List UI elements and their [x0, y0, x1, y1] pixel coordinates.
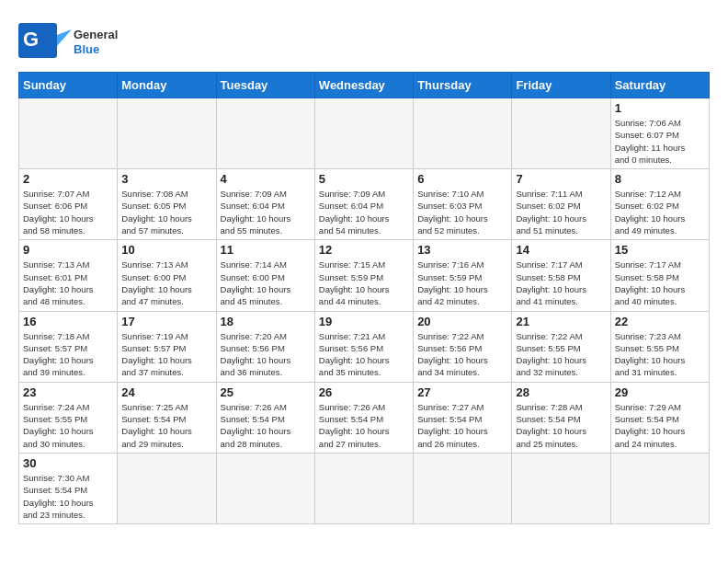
day-info: Sunrise: 7:17 AM Sunset: 5:58 PM Dayligh… — [516, 259, 606, 307]
day-number: 4 — [221, 172, 311, 186]
day-number: 14 — [516, 243, 606, 257]
calendar-cell: 27Sunrise: 7:27 AM Sunset: 5:54 PM Dayli… — [414, 382, 512, 453]
day-info: Sunrise: 7:27 AM Sunset: 5:54 PM Dayligh… — [417, 401, 507, 450]
day-number: 25 — [221, 385, 311, 399]
calendar-cell: 4Sunrise: 7:09 AM Sunset: 6:04 PM Daylig… — [216, 169, 314, 240]
calendar-cell: 9Sunrise: 7:13 AM Sunset: 6:01 PM Daylig… — [19, 240, 118, 311]
day-info: Sunrise: 7:15 AM Sunset: 5:59 PM Dayligh… — [319, 259, 409, 307]
day-number: 11 — [221, 243, 311, 257]
day-info: Sunrise: 7:12 AM Sunset: 6:02 PM Dayligh… — [615, 188, 705, 236]
calendar-cell — [216, 98, 314, 169]
day-number: 29 — [615, 385, 705, 399]
calendar-cell: 12Sunrise: 7:15 AM Sunset: 5:59 PM Dayli… — [314, 240, 413, 311]
day-info: Sunrise: 7:08 AM Sunset: 6:05 PM Dayligh… — [121, 188, 211, 236]
day-number: 10 — [121, 243, 211, 257]
calendar-cell — [610, 453, 709, 523]
calendar-cell: 19Sunrise: 7:21 AM Sunset: 5:56 PM Dayli… — [314, 311, 413, 382]
svg-text:General: General — [74, 28, 118, 41]
logo-area: G General Blue — [18, 15, 119, 64]
day-info: Sunrise: 7:11 AM Sunset: 6:02 PM Dayligh… — [516, 188, 606, 236]
day-info: Sunrise: 7:29 AM Sunset: 5:54 PM Dayligh… — [615, 401, 705, 450]
day-number: 22 — [615, 315, 705, 328]
day-info: Sunrise: 7:26 AM Sunset: 5:54 PM Dayligh… — [319, 401, 409, 450]
svg-text:Blue: Blue — [74, 42, 99, 56]
day-info: Sunrise: 7:20 AM Sunset: 5:56 PM Dayligh… — [221, 330, 311, 379]
calendar-cell — [118, 98, 216, 169]
calendar-cell: 22Sunrise: 7:23 AM Sunset: 5:55 PM Dayli… — [610, 311, 709, 382]
calendar-cell — [512, 453, 610, 523]
weekday-header-friday: Friday — [512, 73, 610, 98]
day-info: Sunrise: 7:14 AM Sunset: 6:00 PM Dayligh… — [221, 259, 311, 307]
svg-marker-2 — [57, 29, 72, 46]
day-info: Sunrise: 7:25 AM Sunset: 5:54 PM Dayligh… — [121, 401, 211, 450]
day-number: 30 — [23, 456, 113, 470]
day-number: 1 — [615, 101, 705, 115]
calendar-cell: 14Sunrise: 7:17 AM Sunset: 5:58 PM Dayli… — [512, 240, 610, 311]
day-number: 9 — [23, 243, 113, 257]
day-info: Sunrise: 7:18 AM Sunset: 5:57 PM Dayligh… — [23, 330, 113, 379]
weekday-header-wednesday: Wednesday — [314, 73, 413, 98]
calendar-cell: 26Sunrise: 7:26 AM Sunset: 5:54 PM Dayli… — [314, 382, 413, 453]
day-info: Sunrise: 7:13 AM Sunset: 6:01 PM Dayligh… — [23, 259, 113, 307]
calendar-week-row: 23Sunrise: 7:24 AM Sunset: 5:55 PM Dayli… — [19, 382, 710, 453]
day-info: Sunrise: 7:13 AM Sunset: 6:00 PM Dayligh… — [121, 259, 211, 307]
calendar-cell: 15Sunrise: 7:17 AM Sunset: 5:58 PM Dayli… — [610, 240, 709, 311]
day-info: Sunrise: 7:19 AM Sunset: 5:57 PM Dayligh… — [121, 330, 211, 379]
day-number: 16 — [23, 315, 113, 328]
day-number: 12 — [319, 243, 409, 257]
calendar-cell — [414, 453, 512, 523]
page: G General Blue SundayMondayTuesdayWednes… — [0, 0, 728, 539]
day-info: Sunrise: 7:22 AM Sunset: 5:55 PM Dayligh… — [516, 330, 606, 379]
day-info: Sunrise: 7:06 AM Sunset: 6:07 PM Dayligh… — [615, 117, 705, 166]
logo-svg: G General Blue — [18, 18, 119, 64]
header: G General Blue — [18, 15, 710, 64]
day-info: Sunrise: 7:30 AM Sunset: 5:54 PM Dayligh… — [23, 472, 113, 521]
calendar-cell — [414, 98, 512, 169]
day-number: 15 — [615, 243, 705, 257]
day-info: Sunrise: 7:17 AM Sunset: 5:58 PM Dayligh… — [615, 259, 705, 307]
day-number: 6 — [417, 172, 507, 186]
day-number: 13 — [417, 243, 507, 257]
calendar-week-row: 16Sunrise: 7:18 AM Sunset: 5:57 PM Dayli… — [19, 311, 710, 382]
calendar-cell: 21Sunrise: 7:22 AM Sunset: 5:55 PM Dayli… — [512, 311, 610, 382]
calendar-table: SundayMondayTuesdayWednesdayThursdayFrid… — [18, 72, 710, 524]
calendar-cell — [314, 453, 413, 523]
calendar-cell: 8Sunrise: 7:12 AM Sunset: 6:02 PM Daylig… — [610, 169, 709, 240]
weekday-header-saturday: Saturday — [610, 73, 709, 98]
calendar-cell — [216, 453, 314, 523]
calendar-cell: 3Sunrise: 7:08 AM Sunset: 6:05 PM Daylig… — [118, 169, 216, 240]
weekday-header-row: SundayMondayTuesdayWednesdayThursdayFrid… — [19, 73, 710, 98]
day-info: Sunrise: 7:10 AM Sunset: 6:03 PM Dayligh… — [417, 188, 507, 236]
calendar-cell: 28Sunrise: 7:28 AM Sunset: 5:54 PM Dayli… — [512, 382, 610, 453]
day-info: Sunrise: 7:09 AM Sunset: 6:04 PM Dayligh… — [319, 188, 409, 236]
calendar-cell: 5Sunrise: 7:09 AM Sunset: 6:04 PM Daylig… — [314, 169, 413, 240]
calendar-week-row: 2Sunrise: 7:07 AM Sunset: 6:06 PM Daylig… — [19, 169, 710, 240]
day-number: 26 — [319, 385, 409, 399]
day-number: 24 — [121, 385, 211, 399]
day-number: 28 — [516, 385, 606, 399]
calendar-week-row: 1Sunrise: 7:06 AM Sunset: 6:07 PM Daylig… — [19, 98, 710, 169]
calendar-cell: 18Sunrise: 7:20 AM Sunset: 5:56 PM Dayli… — [216, 311, 314, 382]
day-number: 20 — [417, 315, 507, 328]
day-info: Sunrise: 7:16 AM Sunset: 5:59 PM Dayligh… — [417, 259, 507, 307]
day-number: 18 — [221, 315, 311, 328]
day-info: Sunrise: 7:24 AM Sunset: 5:55 PM Dayligh… — [23, 401, 113, 450]
day-info: Sunrise: 7:09 AM Sunset: 6:04 PM Dayligh… — [221, 188, 311, 236]
day-info: Sunrise: 7:21 AM Sunset: 5:56 PM Dayligh… — [319, 330, 409, 379]
calendar-cell: 10Sunrise: 7:13 AM Sunset: 6:00 PM Dayli… — [118, 240, 216, 311]
weekday-header-sunday: Sunday — [19, 73, 118, 98]
day-number: 23 — [23, 385, 113, 399]
day-number: 27 — [417, 385, 507, 399]
calendar-week-row: 9Sunrise: 7:13 AM Sunset: 6:01 PM Daylig… — [19, 240, 710, 311]
calendar-cell: 29Sunrise: 7:29 AM Sunset: 5:54 PM Dayli… — [610, 382, 709, 453]
calendar-cell: 17Sunrise: 7:19 AM Sunset: 5:57 PM Dayli… — [118, 311, 216, 382]
calendar-cell — [118, 453, 216, 523]
calendar-cell: 7Sunrise: 7:11 AM Sunset: 6:02 PM Daylig… — [512, 169, 610, 240]
calendar-cell: 1Sunrise: 7:06 AM Sunset: 6:07 PM Daylig… — [610, 98, 709, 169]
weekday-header-monday: Monday — [118, 73, 216, 98]
calendar-cell: 24Sunrise: 7:25 AM Sunset: 5:54 PM Dayli… — [118, 382, 216, 453]
calendar-cell: 25Sunrise: 7:26 AM Sunset: 5:54 PM Dayli… — [216, 382, 314, 453]
calendar-cell: 23Sunrise: 7:24 AM Sunset: 5:55 PM Dayli… — [19, 382, 118, 453]
weekday-header-thursday: Thursday — [414, 73, 512, 98]
calendar-cell: 6Sunrise: 7:10 AM Sunset: 6:03 PM Daylig… — [414, 169, 512, 240]
